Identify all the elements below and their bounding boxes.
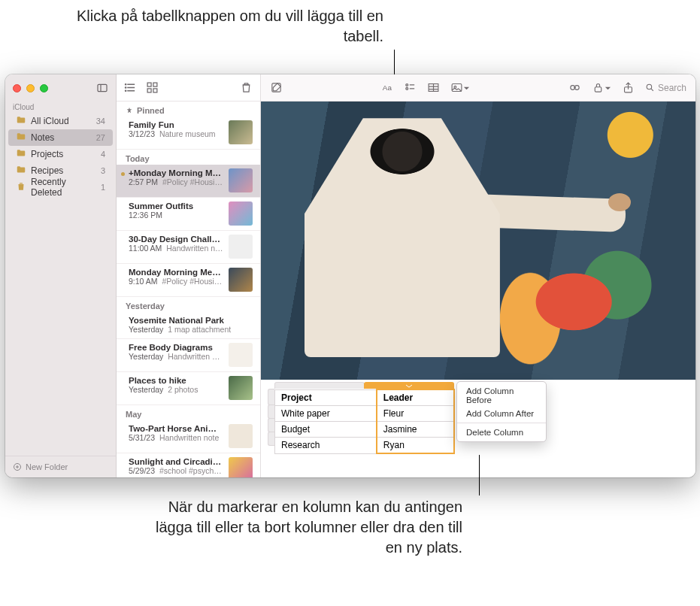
lock-icon[interactable] [592,81,611,95]
list-view-icon[interactable] [124,81,137,94]
note-sub: 9:10 AM #Policy #Housing… [129,277,224,286]
window-controls [13,84,48,92]
sidebar-item-recently-deleted[interactable]: Recently Deleted 1 [8,179,113,195]
sidebar-item-notes[interactable]: Notes 27 [8,129,113,146]
table-cell[interactable]: Jasmine [377,422,454,438]
notes-list-toolbar [117,74,260,102]
table-cell[interactable]: White paper [275,406,377,422]
note-sub: 5/29/23 #school #psycholo… [129,466,224,475]
format-icon[interactable]: Aa [380,81,393,94]
sidebar: iCloud All iCloud 34 Notes 27 Projects 4… [5,74,117,477]
minimize-window-button[interactable] [26,84,35,92]
note-row[interactable]: Free Body Diagrams Yesterday Handwritten… [117,339,260,372]
note-sub: 3/12/23 Nature museum [129,129,224,138]
new-folder-label: New Folder [26,462,68,471]
sidebar-item-label: All iCloud [31,116,69,126]
section-header-pinned: Pinned [117,102,260,117]
section-pinned-label: Pinned [137,106,165,115]
row-handle[interactable] [268,389,274,405]
row-handles [268,389,274,445]
sidebar-item-all-icloud[interactable]: All iCloud 34 [8,113,113,129]
table-row[interactable]: Budget Jasmine [275,422,455,438]
folder-icon [16,148,26,161]
compose-icon[interactable] [270,81,283,94]
row-handle[interactable] [268,432,274,446]
table-row[interactable]: White paper Fleur [275,406,455,422]
sidebar-item-projects[interactable]: Projects 4 [8,146,113,162]
svg-rect-12 [153,83,157,86]
table-cell[interactable]: Fleur [377,406,454,422]
note-title: Free Body Diagrams [129,343,224,352]
note-title: Summer Outfits [129,201,224,211]
share-icon[interactable] [622,81,635,94]
column-handle-selected[interactable] [364,382,454,389]
note-row[interactable]: Family Fun 3/12/23 Nature museum [117,117,260,150]
note-row[interactable]: Monday Morning Meeting 9:10 AM #Policy #… [117,264,260,297]
row-handle[interactable] [268,418,274,432]
sidebar-item-label: Projects [31,149,63,159]
note-row[interactable]: Two-Part Horse Anima… 5/31/23 Handwritte… [117,420,260,453]
note-thumbnail [229,235,253,259]
svg-rect-14 [153,89,157,92]
menu-item-add-column-before[interactable]: Add Column Before [457,384,546,407]
note-table[interactable]: Project Leader White paper Fleur Budget … [274,389,455,454]
close-window-button[interactable] [13,84,21,92]
note-thumbnail [229,376,253,400]
svg-rect-11 [147,83,151,86]
media-icon[interactable] [450,81,470,95]
maximize-window-button[interactable] [40,84,48,92]
note-title: Monday Morning Meeting [129,268,224,277]
note-row[interactable]: +Monday Morning Mee… 2:57 PM #Policy #Ho… [117,165,260,198]
note-thumbnail [229,168,253,192]
grid-view-icon[interactable] [146,81,159,94]
note-row[interactable]: Places to hike Yesterday 2 photos [117,372,260,405]
sidebar-section-label: iCloud [5,102,116,113]
delete-note-icon[interactable] [240,81,253,94]
note-row[interactable]: Yosemite National Park Yesterday 1 map a… [117,312,260,339]
folder-icon [16,115,26,128]
new-folder-button[interactable]: New Folder [5,456,116,477]
table-icon[interactable] [427,81,440,94]
sidebar-item-label: Notes [31,132,54,143]
table-header[interactable]: Leader [377,389,454,406]
svg-point-8 [125,84,126,85]
note-title: Two-Part Horse Anima… [129,424,224,433]
shared-indicator-icon [121,172,125,176]
main-toolbar: Aa Search [261,74,695,102]
notes-list-pane: Pinned Family Fun 3/12/23 Nature museum … [117,74,261,477]
table-cell[interactable]: Budget [275,422,377,438]
search-field[interactable]: Search [645,83,686,93]
svg-point-9 [125,87,126,88]
svg-text:Aa: Aa [383,83,392,92]
sidebar-item-label: Recently Deleted [31,177,96,198]
table-cell[interactable]: Research [275,438,377,454]
svg-rect-0 [98,84,107,91]
checklist-icon[interactable] [404,81,417,94]
menu-separator [457,423,546,423]
menu-item-delete-column[interactable]: Delete Column [457,426,546,439]
table-header[interactable]: Project [275,389,377,406]
notes-scroll[interactable]: Pinned Family Fun 3/12/23 Nature museum … [117,102,260,477]
svg-line-33 [651,89,653,91]
note-thumbnail [229,343,253,367]
link-icon[interactable] [568,81,581,94]
note-thumbnail [229,268,253,292]
app-window: iCloud All iCloud 34 Notes 27 Projects 4… [5,74,695,477]
note-thumbnail [229,120,253,144]
note-title: Family Fun [129,120,224,129]
note-row[interactable]: Summer Outfits 12:36 PM [117,198,260,231]
menu-item-add-column-after[interactable]: Add Column After [457,407,546,420]
note-sub: 11:00 AM Handwritten note [129,244,224,253]
column-handle[interactable] [274,382,365,389]
table-cell[interactable]: Ryan [377,438,454,454]
table-row[interactable]: Research Ryan [275,438,455,454]
row-handle[interactable] [268,405,274,419]
note-row[interactable]: Sunlight and Circadian… 5/29/23 #school … [117,453,260,477]
svg-point-10 [125,90,126,91]
note-editor-pane: Aa Search [261,74,695,477]
svg-point-17 [406,84,408,86]
note-row[interactable]: 30-Day Design Challen… 11:00 AM Handwrit… [117,231,260,264]
toggle-sidebar-icon[interactable] [96,82,108,94]
column-context-menu: Add Column Before Add Column After Delet… [456,381,547,442]
section-header-may: May [117,405,260,420]
